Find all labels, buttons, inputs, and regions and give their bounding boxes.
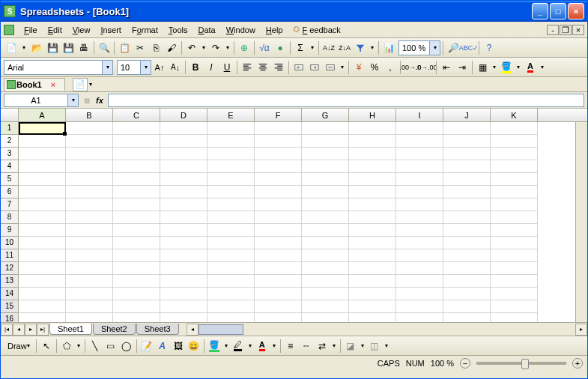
- sheet-nav-prev[interactable]: ◂: [13, 324, 25, 336]
- new-doc-button[interactable]: 📄: [4, 40, 19, 55]
- cell[interactable]: [66, 249, 113, 262]
- cell[interactable]: [66, 300, 113, 313]
- fill-color-dropdown[interactable]: ▾: [515, 60, 522, 75]
- menu-insert[interactable]: Insert: [95, 24, 127, 36]
- cell[interactable]: [255, 224, 302, 237]
- 3d-button[interactable]: ◫: [367, 339, 382, 354]
- cell[interactable]: [255, 275, 302, 288]
- cell[interactable]: [66, 313, 113, 322]
- cell[interactable]: [491, 198, 538, 211]
- undo-button[interactable]: ↶: [184, 40, 199, 55]
- cell[interactable]: [302, 148, 349, 160]
- cell[interactable]: [160, 275, 207, 288]
- cell[interactable]: [66, 122, 113, 135]
- line-color-dropdown[interactable]: ▾: [246, 339, 254, 354]
- column-header[interactable]: A: [19, 109, 66, 121]
- zoom-input[interactable]: [399, 41, 429, 55]
- cell[interactable]: [207, 237, 255, 249]
- cell[interactable]: [66, 288, 113, 300]
- cell[interactable]: [255, 198, 302, 211]
- column-header[interactable]: J: [443, 109, 491, 121]
- cell[interactable]: [160, 262, 207, 275]
- cell[interactable]: [66, 135, 113, 148]
- cell[interactable]: [302, 300, 349, 313]
- sheet-nav-next[interactable]: ▸: [25, 324, 37, 336]
- cell[interactable]: [349, 237, 396, 249]
- cell[interactable]: [396, 148, 443, 160]
- cell[interactable]: [207, 122, 255, 135]
- cell[interactable]: [113, 173, 160, 186]
- cell[interactable]: [396, 211, 443, 224]
- cell[interactable]: [396, 275, 443, 288]
- name-box[interactable]: A1 ▾: [4, 94, 79, 107]
- cell[interactable]: [113, 224, 160, 237]
- arrow-style-dropdown[interactable]: ▾: [330, 339, 338, 354]
- name-box-dropdown[interactable]: ▾: [67, 94, 78, 106]
- merge-right-button[interactable]: [307, 60, 322, 75]
- cell[interactable]: [396, 198, 443, 211]
- cell[interactable]: [113, 288, 160, 300]
- cell[interactable]: [443, 186, 491, 198]
- help-button[interactable]: ?: [482, 40, 497, 55]
- column-header[interactable]: I: [396, 109, 443, 121]
- cell[interactable]: [113, 275, 160, 288]
- row-header[interactable]: 12: [1, 262, 18, 275]
- line-weight-button[interactable]: ≡: [283, 339, 298, 354]
- cell[interactable]: [491, 160, 538, 173]
- cell[interactable]: [491, 148, 538, 160]
- shape-fill-button[interactable]: 🪣: [207, 339, 222, 354]
- spellcheck-button[interactable]: ABC✓: [461, 40, 476, 55]
- cut-button[interactable]: ✂: [133, 40, 148, 55]
- save-as-button[interactable]: 💾: [61, 40, 76, 55]
- cell[interactable]: [396, 288, 443, 300]
- cell[interactable]: [396, 186, 443, 198]
- cell[interactable]: [160, 135, 207, 148]
- cell[interactable]: [113, 313, 160, 322]
- paste-button[interactable]: 📋: [117, 40, 132, 55]
- cell[interactable]: [113, 148, 160, 160]
- cell[interactable]: [443, 300, 491, 313]
- rectangle-button[interactable]: ▭: [103, 339, 118, 354]
- cell[interactable]: [66, 198, 113, 211]
- cell[interactable]: [349, 148, 396, 160]
- font-color-button[interactable]: A: [523, 60, 538, 75]
- fontsize-dropdown-arrow[interactable]: ▾: [140, 61, 151, 74]
- cell[interactable]: [396, 224, 443, 237]
- cell[interactable]: [443, 122, 491, 135]
- cell[interactable]: [255, 160, 302, 173]
- mdi-restore-button[interactable]: ❐: [560, 25, 572, 35]
- fill-color-button[interactable]: 🪣: [499, 60, 514, 75]
- cell[interactable]: [443, 211, 491, 224]
- cell[interactable]: [396, 262, 443, 275]
- new-document-dropdown[interactable]: ▾: [89, 81, 92, 88]
- cell[interactable]: [349, 160, 396, 173]
- cell[interactable]: [207, 198, 255, 211]
- mdi-close-button[interactable]: ×: [572, 25, 584, 35]
- cell[interactable]: [19, 122, 66, 135]
- cell[interactable]: [349, 211, 396, 224]
- cell[interactable]: [302, 224, 349, 237]
- cell[interactable]: [396, 313, 443, 322]
- text-color-dropdown[interactable]: ▾: [270, 339, 278, 354]
- font-combo[interactable]: ▾: [4, 60, 113, 75]
- percent-button[interactable]: %: [367, 60, 382, 75]
- hyperlink-button[interactable]: ⊕: [237, 40, 252, 55]
- cell[interactable]: [255, 237, 302, 249]
- open-button[interactable]: 📂: [29, 40, 44, 55]
- cell[interactable]: [160, 186, 207, 198]
- sheet-tab[interactable]: Sheet3: [136, 324, 179, 335]
- wordart-button[interactable]: A: [155, 339, 170, 354]
- cell[interactable]: [491, 173, 538, 186]
- cell[interactable]: [302, 173, 349, 186]
- cell[interactable]: [255, 148, 302, 160]
- cell[interactable]: [255, 186, 302, 198]
- cell[interactable]: [396, 173, 443, 186]
- horizontal-scrollbar[interactable]: ◂ ▸: [187, 324, 587, 336]
- increase-indent-button[interactable]: ⇥: [455, 60, 470, 75]
- shadow-button[interactable]: ◪: [343, 339, 358, 354]
- cell[interactable]: [255, 122, 302, 135]
- cell[interactable]: [19, 300, 66, 313]
- column-header[interactable]: K: [491, 109, 538, 121]
- new-dropdown-button[interactable]: ▾: [19, 40, 28, 55]
- cell[interactable]: [19, 288, 66, 300]
